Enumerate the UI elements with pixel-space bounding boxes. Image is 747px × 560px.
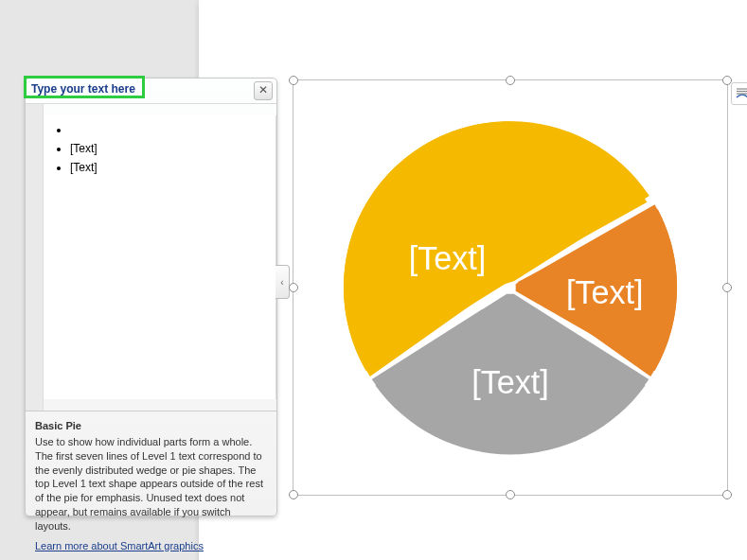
resize-handle[interactable]	[506, 490, 515, 499]
resize-handle[interactable]	[506, 76, 515, 85]
text-pane-collapse-button[interactable]: ‹	[276, 265, 290, 299]
list-item[interactable]: [Text]	[70, 142, 266, 155]
desc-body: Use to show how individual parts form a …	[35, 435, 267, 534]
desc-title: Basic Pie	[35, 419, 267, 433]
text-pane-thumbstrip	[26, 104, 44, 411]
smartart-selection-frame[interactable]: [Text] [Text] [Text] [Text] [Text]	[293, 79, 728, 496]
text-pane-list[interactable]: [Text] [Text]	[44, 115, 276, 399]
resize-handle[interactable]	[722, 490, 732, 499]
slice-label: [Text]	[409, 240, 487, 276]
text-pane-body: [Text] [Text]	[26, 104, 276, 411]
resize-handle[interactable]	[722, 283, 732, 292]
layout-options-button[interactable]	[731, 82, 747, 105]
text-pane-description: Basic Pie Use to show how individual par…	[26, 411, 276, 560]
resize-handle[interactable]	[289, 76, 298, 85]
list-item[interactable]: [Text]	[70, 161, 266, 174]
resize-handle[interactable]	[289, 283, 298, 292]
chevron-left-icon: ‹	[280, 277, 283, 288]
slice-label: [Text]	[566, 274, 644, 310]
layout-options-icon	[735, 86, 747, 101]
close-icon: ✕	[258, 83, 268, 96]
smartart-pie[interactable]: [Text] [Text] [Text] [Text] [Text]	[330, 108, 690, 467]
learn-more-link[interactable]: Learn more about SmartArt graphics	[35, 540, 204, 551]
resize-handle[interactable]	[289, 490, 298, 499]
slice-label: [Text]	[471, 364, 549, 400]
smartart-text-pane: Type your text here ✕ [Text] [Text] Basi…	[25, 78, 277, 516]
text-pane-title: Type your text here	[31, 82, 135, 96]
close-button[interactable]: ✕	[254, 81, 273, 100]
list-item[interactable]	[70, 123, 266, 136]
text-pane-header: Type your text here ✕	[26, 79, 276, 104]
